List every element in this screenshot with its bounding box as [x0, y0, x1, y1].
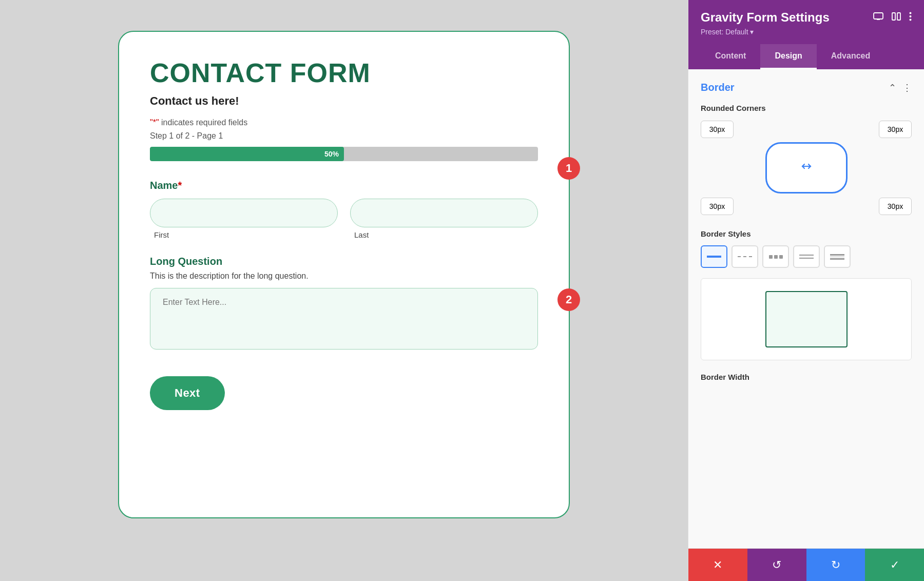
- progress-bar-fill: 50%: [150, 147, 344, 161]
- responsive-icon[interactable]: [873, 12, 883, 23]
- badge-1: 1: [557, 157, 580, 180]
- corner-bl-input[interactable]: [701, 198, 734, 215]
- border-width-label: Border Width: [701, 373, 912, 381]
- progress-label: 50%: [324, 150, 339, 158]
- section-more-icon[interactable]: ⋮: [902, 82, 912, 93]
- corner-tl-input[interactable]: [701, 121, 734, 138]
- panel-header-icons: [873, 12, 912, 24]
- required-star: *: [178, 180, 182, 191]
- svg-rect-4: [897, 13, 900, 20]
- name-field-label: Name*: [150, 180, 538, 191]
- panel-tabs: Content Design Advanced: [701, 44, 912, 69]
- badge-2: 2: [557, 288, 580, 311]
- border-style-double[interactable]: [793, 245, 820, 268]
- first-name-wrapper: First: [150, 199, 338, 239]
- section-controls: ⌃ ⋮: [889, 82, 912, 93]
- save-button[interactable]: ✓: [865, 549, 924, 581]
- required-notice: "*" indicates required fields: [150, 118, 538, 127]
- section-collapse-icon[interactable]: ⌃: [889, 82, 896, 93]
- first-name-input[interactable]: [150, 199, 338, 227]
- panel-preset[interactable]: Preset: Default ▾: [701, 28, 912, 36]
- svg-rect-0: [874, 13, 883, 19]
- settings-panel: Gravity Form Settings: [688, 0, 924, 581]
- svg-rect-3: [892, 13, 895, 20]
- border-preview-container: [701, 278, 912, 360]
- undo-button[interactable]: ↺: [747, 549, 806, 581]
- form-card: 1 2 CONTACT FORM Contact us here! "*" in…: [118, 31, 570, 518]
- svg-point-5: [910, 12, 912, 14]
- border-styles-row: [701, 245, 912, 268]
- long-question-title: Long Question: [150, 256, 538, 267]
- form-preview-area: 1 2 CONTACT FORM Contact us here! "*" in…: [0, 0, 688, 581]
- form-title: CONTACT FORM: [150, 57, 538, 88]
- columns-icon[interactable]: [892, 12, 901, 23]
- border-style-solid[interactable]: [701, 245, 727, 268]
- redo-button[interactable]: ↻: [806, 549, 865, 581]
- panel-footer: ✕ ↺ ↻ ✓: [688, 548, 924, 581]
- long-question-section: Long Question This is the description fo…: [150, 256, 538, 352]
- border-style-dashed[interactable]: [732, 245, 758, 268]
- step-info: Step 1 of 2 - Page 1: [150, 131, 538, 141]
- last-sublabel: Last: [350, 230, 538, 239]
- border-style-dotted-wide[interactable]: [762, 245, 789, 268]
- tab-content[interactable]: Content: [701, 44, 760, 69]
- progress-bar-container: 50%: [150, 147, 538, 161]
- long-question-desc: This is the description for the long que…: [150, 272, 538, 281]
- panel-header-top: Gravity Form Settings: [701, 10, 912, 25]
- border-preview-box: [765, 291, 848, 347]
- link-corners-icon[interactable]: [799, 159, 814, 177]
- panel-title: Gravity Form Settings: [701, 10, 830, 25]
- form-subtitle: Contact us here!: [150, 94, 538, 108]
- panel-header: Gravity Form Settings: [688, 0, 924, 69]
- border-styles-label: Border Styles: [701, 229, 912, 238]
- corner-br-input[interactable]: [879, 198, 912, 215]
- corner-preview: [765, 142, 848, 193]
- panel-body: Border ⌃ ⋮ Rounded Corners: [688, 69, 924, 548]
- long-question-textarea[interactable]: [150, 288, 538, 350]
- svg-point-7: [910, 18, 912, 21]
- border-section-title: Border: [701, 82, 735, 93]
- tab-design[interactable]: Design: [760, 44, 816, 69]
- cancel-button[interactable]: ✕: [688, 549, 747, 581]
- rounded-corners-label: Rounded Corners: [701, 104, 912, 112]
- border-section-header: Border ⌃ ⋮: [701, 82, 912, 93]
- last-name-input[interactable]: [350, 199, 538, 227]
- name-field-section: Name* First Last: [150, 180, 538, 239]
- corner-tr-input[interactable]: [879, 121, 912, 138]
- svg-point-6: [910, 15, 912, 17]
- name-fields-row: First Last: [150, 199, 538, 239]
- first-sublabel: First: [150, 230, 338, 239]
- last-name-wrapper: Last: [350, 199, 538, 239]
- border-style-groove[interactable]: [824, 245, 851, 268]
- more-options-icon[interactable]: [909, 12, 912, 24]
- tab-advanced[interactable]: Advanced: [817, 44, 884, 69]
- next-button[interactable]: Next: [150, 376, 225, 410]
